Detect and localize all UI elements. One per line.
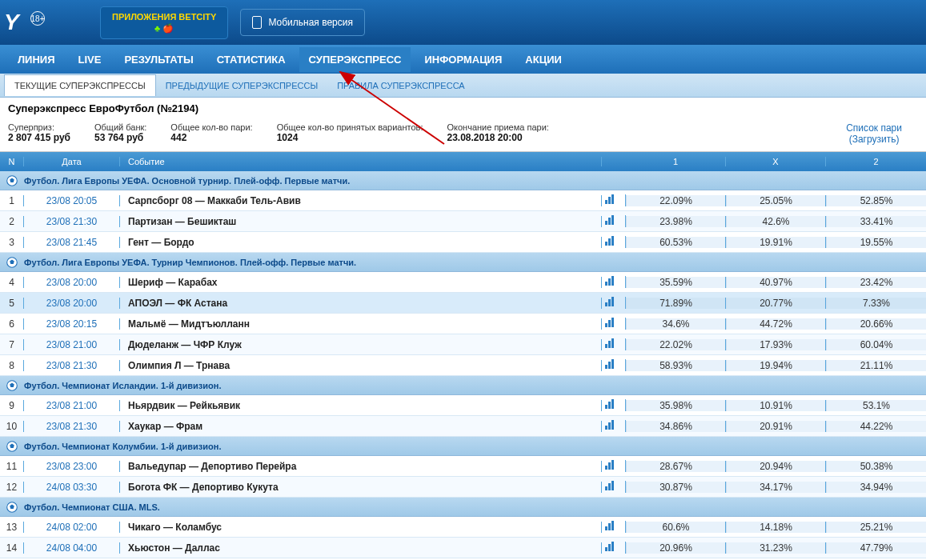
cell-x[interactable]: 25.05% [726,195,826,206]
bar-chart-icon [605,420,618,430]
cell-stat[interactable] [602,338,626,350]
event-row[interactable]: 823/08 21:30Олимпия Л — Трнава58.93%19.9… [0,355,926,376]
nav-item[interactable]: LIVE [69,47,111,72]
group-header[interactable]: Футбол. Лига Европы УЕФА. Турнир Чемпион… [0,253,926,272]
cell-stat[interactable] [602,399,626,411]
cell-stat[interactable] [602,521,626,533]
event-row[interactable]: 1023/08 21:30Хаукар — Фрам34.86%20.91%44… [0,416,926,437]
cell-x[interactable]: 19.91% [726,237,826,248]
cell-2[interactable]: 44.22% [826,421,926,432]
cell-stat[interactable] [602,236,626,248]
cell-stat[interactable] [602,481,626,493]
nav-item[interactable]: ИНФОРМАЦИЯ [415,47,511,72]
cell-1[interactable]: 34.6% [626,318,726,330]
sub-tab[interactable]: ПРЕДЫДУЩИЕ СУПЕРЭКСПРЕССЫ [156,75,327,96]
cell-1[interactable]: 23.98% [626,216,726,227]
cell-date: 23/08 21:00 [24,400,120,411]
cell-stat[interactable] [602,318,626,330]
cell-2[interactable]: 53.1% [826,400,926,411]
cell-x[interactable]: 20.91% [726,421,826,432]
cell-n: 12 [0,482,24,493]
sub-tab[interactable]: ТЕКУЩИЕ СУПЕРЭКСПРЕССЫ [4,74,156,96]
cell-x[interactable]: 20.94% [726,461,826,472]
cell-1[interactable]: 22.02% [626,339,726,350]
cell-2[interactable]: 20.66% [826,318,926,330]
cell-2[interactable]: 23.42% [826,277,926,288]
cell-2[interactable]: 52.85% [826,195,926,206]
nav-item[interactable]: АКЦИИ [515,47,571,72]
header-1: 1 [626,157,726,166]
event-row[interactable]: 1123/08 23:00Вальедупар — Депортиво Пере… [0,456,926,477]
event-row[interactable]: 223/08 21:30Партизан — Бешикташ23.98%42.… [0,211,926,232]
cell-2[interactable]: 33.41% [826,216,926,227]
event-row[interactable]: 123/08 20:05Сарпсборг 08 — Маккаби Тель-… [0,190,926,211]
cell-x[interactable]: 42.6% [726,216,826,227]
cell-2[interactable]: 7.33% [826,298,926,309]
event-row[interactable]: 1424/08 04:00Хьюстон — Даллас20.96%31.23… [0,538,926,558]
nav-item[interactable]: РЕЗУЛЬТАТЫ [114,47,202,72]
cell-event: Дюделанж — ЧФР Клуж [120,339,602,350]
cell-x[interactable]: 34.17% [726,482,826,493]
cell-x[interactable]: 44.72% [726,318,826,330]
download-link[interactable]: (Загрузить) [846,134,902,145]
cell-2[interactable]: 25.21% [826,522,926,533]
cell-2[interactable]: 19.55% [826,237,926,248]
cell-2[interactable]: 60.04% [826,339,926,350]
info-total-variants: Общее кол-во принятых вариантов: 1024 [277,122,423,145]
bet-list-link[interactable]: Список пари [846,122,902,134]
group-header[interactable]: Футбол. Чемпионат Колумбии. 1-й дивизион… [0,437,926,456]
mobile-version-button[interactable]: Мобильная версия [240,9,365,36]
nav-item[interactable]: ЛИНИЯ [8,47,65,72]
cell-1[interactable]: 60.6% [626,522,726,533]
cell-x[interactable]: 40.97% [726,277,826,288]
event-row[interactable]: 923/08 21:00Ньярдвик — Рейкьявик35.98%10… [0,395,926,416]
cell-x[interactable]: 20.77% [726,298,826,309]
cell-stat[interactable] [602,276,626,288]
bar-chart-icon [605,542,618,551]
cell-1[interactable]: 30.87% [626,482,726,493]
event-row[interactable]: 1224/08 03:30Богота ФК — Депортиво Кукут… [0,477,926,498]
cell-2[interactable]: 47.79% [826,542,926,554]
cell-x[interactable]: 17.93% [726,339,826,350]
cell-date: 23/08 20:05 [24,195,120,206]
cell-2[interactable]: 34.94% [826,482,926,493]
apps-button[interactable]: ПРИЛОЖЕНИЯ BETCITY ♣ 🍎 [100,6,228,39]
cell-1[interactable]: 20.96% [626,542,726,554]
cell-stat[interactable] [602,420,626,432]
cell-n: 9 [0,400,24,411]
cell-1[interactable]: 35.59% [626,277,726,288]
cell-x[interactable]: 14.18% [726,522,826,533]
event-row[interactable]: 323/08 21:45Гент — Бордо60.53%19.91%19.5… [0,232,926,253]
cell-stat[interactable] [602,194,626,206]
cell-2[interactable]: 21.11% [826,360,926,371]
event-row[interactable]: 523/08 20:00АПОЭЛ — ФК Астана71.89%20.77… [0,293,926,314]
cell-stat[interactable] [602,460,626,472]
apps-button-label: ПРИЛОЖЕНИЯ BETCITY [112,12,216,22]
cell-1[interactable]: 34.86% [626,421,726,432]
group-header[interactable]: Футбол. Чемпионат Исландии. 1-й дивизион… [0,376,926,395]
cell-1[interactable]: 58.93% [626,360,726,371]
event-row[interactable]: 423/08 20:00Шериф — Карабах35.59%40.97%2… [0,272,926,293]
cell-x[interactable]: 19.94% [726,360,826,371]
cell-stat[interactable] [602,297,626,309]
nav-item[interactable]: СУПЕРЭКСПРЕСС [299,47,411,72]
cell-1[interactable]: 22.09% [626,195,726,206]
cell-x[interactable]: 10.91% [726,400,826,411]
cell-1[interactable]: 71.89% [626,298,726,309]
group-header[interactable]: Футбол. Чемпионат США. MLS. [0,498,926,517]
sub-tab[interactable]: ПРАВИЛА СУПЕРЭКСПРЕССА [327,75,475,96]
cell-stat[interactable] [602,215,626,227]
cell-event: Олимпия Л — Трнава [120,360,602,371]
event-row[interactable]: 723/08 21:00Дюделанж — ЧФР Клуж22.02%17.… [0,334,926,355]
cell-1[interactable]: 60.53% [626,237,726,248]
cell-stat[interactable] [602,542,626,554]
cell-1[interactable]: 28.67% [626,461,726,472]
group-header[interactable]: Футбол. Лига Европы УЕФА. Основной турни… [0,171,926,190]
event-row[interactable]: 1324/08 02:00Чикаго — Коламбус60.6%14.18… [0,517,926,538]
cell-2[interactable]: 50.38% [826,461,926,472]
event-row[interactable]: 623/08 20:15Мальмё — Мидтъюлланн34.6%44.… [0,314,926,334]
cell-1[interactable]: 35.98% [626,400,726,411]
nav-item[interactable]: СТАТИСТИКА [207,47,295,72]
cell-stat[interactable] [602,359,626,371]
cell-x[interactable]: 31.23% [726,542,826,554]
